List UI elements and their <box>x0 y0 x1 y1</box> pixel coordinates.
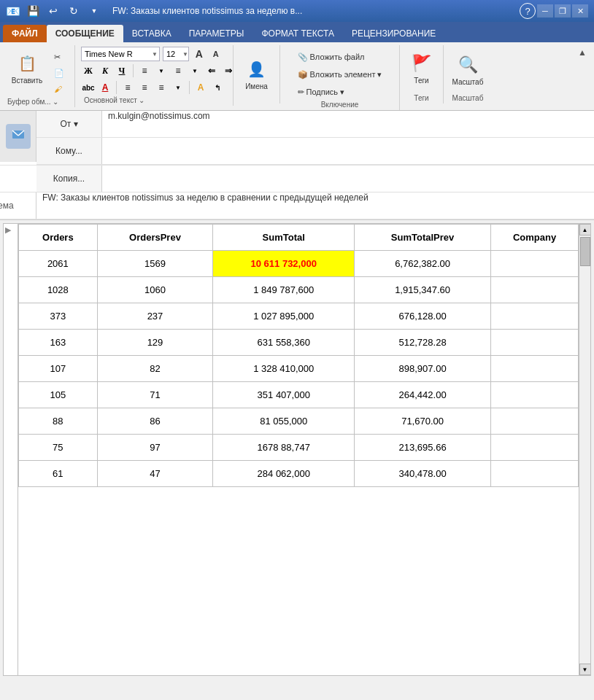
scroll-thumb[interactable] <box>580 237 590 266</box>
table-cell: 213,695.66 <box>355 435 491 461</box>
list-ordered-button[interactable]: ≡ <box>171 63 185 78</box>
table-cell <box>491 303 579 330</box>
title-bar-left: 📧 💾 ↩ ↻ ▼ FW: Заказы клиентов notissimus… <box>6 3 302 19</box>
table-cell: 373 <box>19 303 98 330</box>
attach-file-icon: 📎 <box>298 52 308 62</box>
italic-button[interactable]: К <box>98 63 112 78</box>
cc-input[interactable] <box>102 166 594 192</box>
format-copy-button[interactable]: 🖌 <box>50 82 69 96</box>
qat-redo[interactable]: ↻ <box>66 3 82 19</box>
ribbon-tabs: ФАЙЛ СООБЩЕНИЕ ВСТАВКА ПАРАМЕТРЫ ФОРМАТ … <box>0 22 594 42</box>
tags-button[interactable]: 🚩 Теги <box>403 47 441 89</box>
email-fields-col: От ▾ m.kulgin@notissimus.com Кому... <box>36 111 594 165</box>
font-row-1: ▼ ▼ A A <box>81 47 223 61</box>
table-row: 75971678 88,747213,695.66 <box>19 435 579 461</box>
table-cell: 512,728.28 <box>355 330 491 356</box>
scrollbar[interactable]: ▲ ▼ <box>579 224 590 675</box>
font-size-dropdown[interactable]: ▼ <box>182 51 188 58</box>
table-cell: 1028 <box>19 277 98 303</box>
indent-increase-button[interactable]: ⇒ <box>221 63 236 78</box>
indent-decrease-button[interactable]: ⇐ <box>204 63 219 78</box>
scroll-up-button[interactable]: ▲ <box>579 224 591 236</box>
clipboard-label: Буфер обм... ⌄ <box>7 96 69 107</box>
attach-file-button[interactable]: 📎 Вложить файл <box>293 50 369 64</box>
attach-element-button[interactable]: 📦 Вложить элемент ▾ <box>293 67 387 82</box>
table-row: 10571351 407,000264,442.00 <box>19 382 579 408</box>
underline-button[interactable]: Ч <box>115 63 129 78</box>
qat-save[interactable]: 💾 <box>25 3 41 19</box>
list-unordered-button[interactable]: ≡ <box>137 63 152 78</box>
table-row: 163129631 558,360512,728.28 <box>19 330 579 356</box>
align-dropdown[interactable]: ▼ <box>171 80 185 95</box>
ribbon-group-zoom: 🔍 Масштаб Масштаб <box>447 45 492 104</box>
cut-button[interactable]: ✂ <box>50 50 69 64</box>
table-cell <box>491 461 579 487</box>
font-name-dropdown[interactable]: ▼ <box>152 51 158 58</box>
signature-button[interactable]: ✏ Подпись ▾ <box>293 85 350 99</box>
tab-review[interactable]: РЕЦЕНЗИРОВАНИЕ <box>343 25 444 42</box>
text-color-button[interactable]: A <box>98 80 112 95</box>
table-cell: 6,762,382.00 <box>355 251 491 277</box>
table-cell: 71 <box>97 382 213 408</box>
format-clear-button[interactable]: abc <box>81 80 96 95</box>
zoom-button[interactable]: 🔍 Масштаб <box>449 49 487 91</box>
font-name-input[interactable] <box>81 47 160 61</box>
tab-format[interactable]: ФОРМАТ ТЕКСТА <box>252 25 342 42</box>
table-cell: 1 849 787,600 <box>213 277 355 303</box>
table-cell: 237 <box>97 303 213 330</box>
table-row: 107821 328 410,000898,907.00 <box>19 356 579 382</box>
table-cell: 86 <box>97 408 213 435</box>
ribbon-group-inclusion: 📎 Вложить файл 📦 Вложить элемент ▾ ✏ Под… <box>283 45 400 110</box>
to-input[interactable] <box>102 138 594 164</box>
font-expand[interactable]: ⌄ <box>139 96 144 104</box>
tab-insert[interactable]: ВСТАВКА <box>123 25 180 42</box>
names-label <box>239 101 274 104</box>
help-button[interactable]: ? <box>520 3 536 19</box>
align-left-button[interactable]: ≡ <box>120 80 135 95</box>
bold-button[interactable]: Ж <box>81 63 96 78</box>
qat-dropdown[interactable]: ▼ <box>86 3 102 19</box>
cut-icon: ✂ <box>54 52 61 62</box>
flag-icon: 🚩 <box>410 52 433 75</box>
email-compose-area: От ▾ m.kulgin@notissimus.com Кому... Коп… <box>0 111 594 220</box>
tab-params[interactable]: ПАРАМЕТРЫ <box>180 25 253 42</box>
table-cell: 351 407,000 <box>213 382 355 408</box>
list-dropdown[interactable]: ▼ <box>154 63 169 78</box>
paste-button[interactable]: 📋 Вставить <box>7 47 47 89</box>
table-cell: 2061 <box>19 251 98 277</box>
scroll-down-button[interactable]: ▼ <box>579 664 591 675</box>
close-button[interactable]: ✕ <box>572 4 588 18</box>
qat-undo[interactable]: ↩ <box>45 3 61 19</box>
names-content: 👤 Имена <box>238 47 276 101</box>
cc-button[interactable]: Копия... <box>36 166 102 192</box>
clipboard-expand[interactable]: ⌄ <box>53 98 58 106</box>
format-copy-icon: 🖌 <box>54 85 62 93</box>
table-scroll[interactable]: Orders OrdersPrev SumTotal SumTotalPrev … <box>18 224 579 675</box>
font-size-up-button[interactable]: A <box>192 47 207 61</box>
table-cell: 61 <box>19 461 98 487</box>
font-content: ▼ ▼ A A Ж К Ч ≡ ▼ ≡ ▼ ⇐ ⇒ abc <box>81 47 227 95</box>
align-right-button[interactable]: ≡ <box>154 80 169 95</box>
list-ordered-dropdown[interactable]: ▼ <box>188 63 202 78</box>
from-button[interactable]: От ▾ <box>36 111 102 137</box>
align-center-button[interactable]: ≡ <box>137 80 152 95</box>
tab-message[interactable]: СООБЩЕНИЕ <box>47 25 123 42</box>
highlight-button[interactable]: A <box>193 80 208 95</box>
table-cell: 82 <box>97 356 213 382</box>
font-size-down-button[interactable]: A <box>209 47 223 61</box>
names-button[interactable]: 👤 Имена <box>238 52 276 95</box>
copy-button[interactable]: 📄 <box>50 66 69 80</box>
subject-value: FW: Заказы клиентов notissimus за неделю… <box>36 192 594 219</box>
font-row-3: abc A ≡ ≡ ≡ ▼ A ↰ <box>81 80 225 95</box>
minimize-button[interactable]: ─ <box>537 4 553 18</box>
table-cell <box>491 356 579 382</box>
table-cell: 88 <box>19 408 98 435</box>
restore-button[interactable]: ❐ <box>555 4 571 18</box>
zoom-content: 🔍 Масштаб <box>449 47 487 93</box>
inclusion-label: Включение <box>286 99 393 110</box>
rtl-button[interactable]: ↰ <box>210 80 225 95</box>
tab-file[interactable]: ФАЙЛ <box>3 25 47 42</box>
to-button[interactable]: Кому... <box>36 138 102 164</box>
table-cell: 71,670.00 <box>355 408 491 435</box>
ribbon-collapse-button[interactable]: ▲ <box>575 45 590 60</box>
